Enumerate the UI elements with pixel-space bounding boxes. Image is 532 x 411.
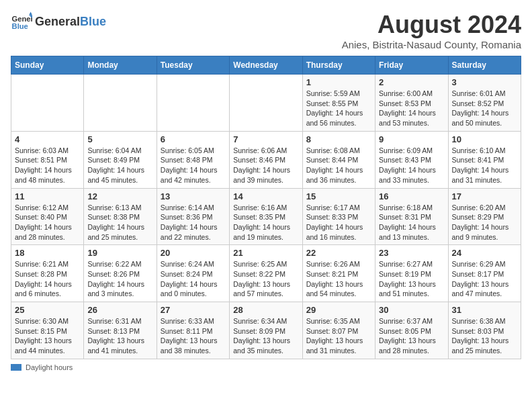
day-detail: Sunrise: 6:26 AM Sunset: 8:21 PM Dayligh… bbox=[306, 259, 371, 299]
day-detail: Sunrise: 6:09 AM Sunset: 8:43 PM Dayligh… bbox=[379, 146, 444, 185]
logo-blue: Blue bbox=[80, 15, 106, 29]
day-detail: Sunrise: 6:08 AM Sunset: 8:44 PM Dayligh… bbox=[306, 146, 371, 185]
title-block: August 2024 Anies, Bistrita-Nasaud Count… bbox=[342, 11, 521, 50]
calendar-cell: 2Sunrise: 6:00 AM Sunset: 8:53 PM Daylig… bbox=[375, 75, 448, 132]
legend-color-box bbox=[11, 364, 21, 371]
header: General Blue GeneralBlue August 2024 Ani… bbox=[11, 11, 521, 50]
weekday-header-friday: Friday bbox=[375, 56, 448, 75]
svg-text:Blue: Blue bbox=[12, 22, 28, 30]
week-row-2: 4Sunrise: 6:03 AM Sunset: 8:51 PM Daylig… bbox=[11, 131, 521, 188]
day-number: 3 bbox=[452, 77, 517, 87]
day-number: 29 bbox=[306, 305, 371, 315]
month-year: August 2024 bbox=[342, 11, 521, 39]
calendar-cell: 29Sunrise: 6:35 AM Sunset: 8:07 PM Dayli… bbox=[302, 302, 375, 359]
calendar-cell: 8Sunrise: 6:08 AM Sunset: 8:44 PM Daylig… bbox=[302, 131, 375, 188]
day-detail: Sunrise: 6:18 AM Sunset: 8:31 PM Dayligh… bbox=[379, 203, 444, 242]
day-detail: Sunrise: 6:21 AM Sunset: 8:28 PM Dayligh… bbox=[15, 259, 80, 299]
day-detail: Sunrise: 6:20 AM Sunset: 8:29 PM Dayligh… bbox=[452, 203, 517, 242]
calendar-cell: 21Sunrise: 6:25 AM Sunset: 8:22 PM Dayli… bbox=[230, 245, 302, 302]
day-detail: Sunrise: 6:12 AM Sunset: 8:40 PM Dayligh… bbox=[15, 203, 80, 242]
day-number: 7 bbox=[233, 134, 298, 144]
day-number: 10 bbox=[452, 134, 517, 144]
calendar-cell: 30Sunrise: 6:37 AM Sunset: 8:05 PM Dayli… bbox=[375, 302, 448, 359]
week-row-1: 1Sunrise: 5:59 AM Sunset: 8:55 PM Daylig… bbox=[11, 75, 521, 132]
day-number: 13 bbox=[161, 191, 226, 201]
day-number: 25 bbox=[15, 305, 80, 315]
day-detail: Sunrise: 6:34 AM Sunset: 8:09 PM Dayligh… bbox=[233, 316, 298, 356]
calendar-cell: 4Sunrise: 6:03 AM Sunset: 8:51 PM Daylig… bbox=[11, 131, 84, 188]
day-number: 24 bbox=[452, 248, 517, 258]
calendar-cell: 16Sunrise: 6:18 AM Sunset: 8:31 PM Dayli… bbox=[375, 188, 448, 245]
weekday-header-monday: Monday bbox=[84, 56, 157, 75]
day-detail: Sunrise: 6:29 AM Sunset: 8:17 PM Dayligh… bbox=[452, 259, 517, 299]
day-number: 22 bbox=[306, 248, 371, 258]
day-detail: Sunrise: 6:14 AM Sunset: 8:36 PM Dayligh… bbox=[161, 203, 226, 242]
week-row-3: 11Sunrise: 6:12 AM Sunset: 8:40 PM Dayli… bbox=[11, 188, 521, 245]
day-number: 5 bbox=[87, 134, 152, 144]
calendar-cell bbox=[84, 75, 157, 132]
calendar-cell: 13Sunrise: 6:14 AM Sunset: 8:36 PM Dayli… bbox=[157, 188, 229, 245]
day-detail: Sunrise: 6:22 AM Sunset: 8:26 PM Dayligh… bbox=[87, 259, 152, 299]
calendar-cell: 12Sunrise: 6:13 AM Sunset: 8:38 PM Dayli… bbox=[84, 188, 157, 245]
week-row-5: 25Sunrise: 6:30 AM Sunset: 8:15 PM Dayli… bbox=[11, 302, 521, 359]
subtitle: Anies, Bistrita-Nasaud County, Romania bbox=[342, 39, 521, 50]
day-detail: Sunrise: 6:04 AM Sunset: 8:49 PM Dayligh… bbox=[87, 146, 152, 185]
day-detail: Sunrise: 5:59 AM Sunset: 8:55 PM Dayligh… bbox=[306, 89, 371, 128]
day-detail: Sunrise: 6:06 AM Sunset: 8:46 PM Dayligh… bbox=[233, 146, 298, 185]
calendar-table: SundayMondayTuesdayWednesdayThursdayFrid… bbox=[11, 56, 521, 359]
day-number: 30 bbox=[379, 305, 444, 315]
day-number: 21 bbox=[233, 248, 298, 258]
day-number: 20 bbox=[161, 248, 226, 258]
day-number: 31 bbox=[452, 305, 517, 315]
day-detail: Sunrise: 6:17 AM Sunset: 8:33 PM Dayligh… bbox=[306, 203, 371, 242]
calendar-cell: 11Sunrise: 6:12 AM Sunset: 8:40 PM Dayli… bbox=[11, 188, 84, 245]
day-number: 26 bbox=[87, 305, 152, 315]
calendar-cell bbox=[11, 75, 84, 132]
day-number: 27 bbox=[161, 305, 226, 315]
day-number: 4 bbox=[15, 134, 80, 144]
calendar-cell: 31Sunrise: 6:38 AM Sunset: 8:03 PM Dayli… bbox=[448, 302, 521, 359]
calendar-cell: 15Sunrise: 6:17 AM Sunset: 8:33 PM Dayli… bbox=[302, 188, 375, 245]
day-detail: Sunrise: 6:24 AM Sunset: 8:24 PM Dayligh… bbox=[161, 259, 226, 299]
day-detail: Sunrise: 6:05 AM Sunset: 8:48 PM Dayligh… bbox=[161, 146, 226, 185]
calendar-cell: 26Sunrise: 6:31 AM Sunset: 8:13 PM Dayli… bbox=[84, 302, 157, 359]
calendar-cell: 10Sunrise: 6:10 AM Sunset: 8:41 PM Dayli… bbox=[448, 131, 521, 188]
week-row-4: 18Sunrise: 6:21 AM Sunset: 8:28 PM Dayli… bbox=[11, 245, 521, 302]
footer: Daylight hours bbox=[11, 363, 521, 371]
calendar-cell: 3Sunrise: 6:01 AM Sunset: 8:52 PM Daylig… bbox=[448, 75, 521, 132]
day-detail: Sunrise: 6:16 AM Sunset: 8:35 PM Dayligh… bbox=[233, 203, 298, 242]
calendar-cell: 19Sunrise: 6:22 AM Sunset: 8:26 PM Dayli… bbox=[84, 245, 157, 302]
day-number: 8 bbox=[306, 134, 371, 144]
day-detail: Sunrise: 6:33 AM Sunset: 8:11 PM Dayligh… bbox=[161, 316, 226, 356]
day-detail: Sunrise: 6:27 AM Sunset: 8:19 PM Dayligh… bbox=[379, 259, 444, 299]
logo-general: General bbox=[35, 15, 80, 29]
calendar-cell: 24Sunrise: 6:29 AM Sunset: 8:17 PM Dayli… bbox=[448, 245, 521, 302]
svg-text:General: General bbox=[12, 15, 32, 23]
calendar-cell: 18Sunrise: 6:21 AM Sunset: 8:28 PM Dayli… bbox=[11, 245, 84, 302]
day-detail: Sunrise: 6:00 AM Sunset: 8:53 PM Dayligh… bbox=[379, 89, 444, 128]
day-detail: Sunrise: 6:38 AM Sunset: 8:03 PM Dayligh… bbox=[452, 316, 517, 356]
day-detail: Sunrise: 6:13 AM Sunset: 8:38 PM Dayligh… bbox=[87, 203, 152, 242]
weekday-header-sunday: Sunday bbox=[11, 56, 84, 75]
calendar-cell: 22Sunrise: 6:26 AM Sunset: 8:21 PM Dayli… bbox=[302, 245, 375, 302]
day-detail: Sunrise: 6:01 AM Sunset: 8:52 PM Dayligh… bbox=[452, 89, 517, 128]
calendar-cell bbox=[230, 75, 302, 132]
day-number: 6 bbox=[161, 134, 226, 144]
calendar-cell: 5Sunrise: 6:04 AM Sunset: 8:49 PM Daylig… bbox=[84, 131, 157, 188]
day-number: 23 bbox=[379, 248, 444, 258]
weekday-header-wednesday: Wednesday bbox=[230, 56, 302, 75]
day-detail: Sunrise: 6:31 AM Sunset: 8:13 PM Dayligh… bbox=[87, 316, 152, 356]
svg-marker-2 bbox=[29, 12, 32, 15]
calendar-cell: 27Sunrise: 6:33 AM Sunset: 8:11 PM Dayli… bbox=[157, 302, 229, 359]
calendar-cell: 9Sunrise: 6:09 AM Sunset: 8:43 PM Daylig… bbox=[375, 131, 448, 188]
calendar-cell: 23Sunrise: 6:27 AM Sunset: 8:19 PM Dayli… bbox=[375, 245, 448, 302]
day-detail: Sunrise: 6:30 AM Sunset: 8:15 PM Dayligh… bbox=[15, 316, 80, 356]
day-number: 12 bbox=[87, 191, 152, 201]
logo-icon: General Blue bbox=[11, 11, 32, 32]
day-number: 15 bbox=[306, 191, 371, 201]
weekday-header-saturday: Saturday bbox=[448, 56, 521, 75]
calendar-cell: 28Sunrise: 6:34 AM Sunset: 8:09 PM Dayli… bbox=[230, 302, 302, 359]
weekday-header-thursday: Thursday bbox=[302, 56, 375, 75]
day-detail: Sunrise: 6:37 AM Sunset: 8:05 PM Dayligh… bbox=[379, 316, 444, 356]
calendar-cell: 20Sunrise: 6:24 AM Sunset: 8:24 PM Dayli… bbox=[157, 245, 229, 302]
